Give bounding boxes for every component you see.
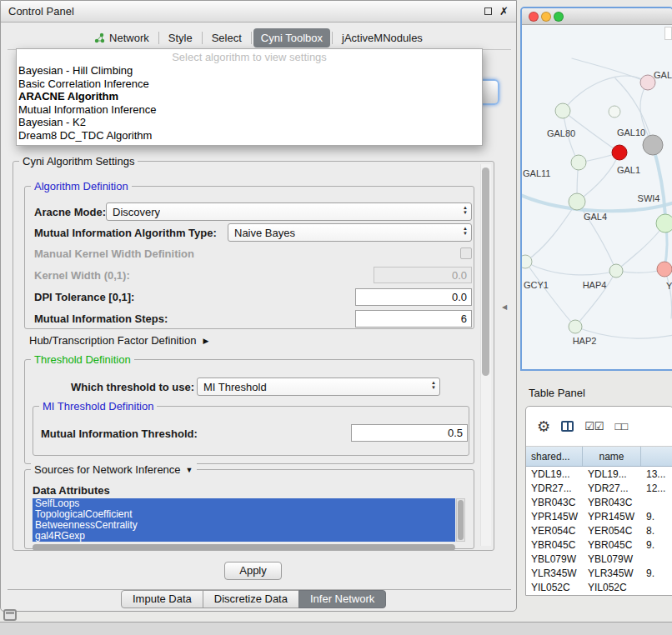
mi-algorithm-type-select[interactable]: Naive Bayes ▲▼ — [228, 223, 472, 242]
tab-separator — [158, 32, 159, 44]
network-edge[interactable] — [616, 223, 665, 271]
tab-network[interactable]: Network — [87, 28, 157, 48]
network-node[interactable] — [612, 145, 627, 160]
bottom-tab-impute-data[interactable]: Impute Data — [121, 590, 203, 608]
scrollbar-thumb[interactable] — [458, 500, 464, 540]
combo-arrows-icon: ▲▼ — [463, 227, 468, 236]
columns-icon[interactable] — [561, 421, 574, 432]
dpi-tolerance-label: DPI Tolerance [0,1]: — [34, 291, 134, 303]
panel-splitter-icon[interactable]: ◀ — [502, 303, 507, 311]
tab-jactivemnodules[interactable]: jActiveMNodules — [334, 28, 430, 48]
network-node[interactable] — [571, 155, 586, 170]
zoom-traffic-light[interactable] — [554, 12, 564, 22]
data-attributes-list: SelfLoopsTopologicalCoefficientBetweenne… — [33, 498, 455, 542]
mi-threshold-field[interactable]: 0.5 — [351, 424, 468, 442]
algorithm-option[interactable]: Bayesian - K2 — [17, 116, 482, 129]
network-node[interactable] — [656, 214, 672, 232]
network-edge[interactable] — [572, 58, 648, 82]
settings-scrollbar-thumb[interactable] — [482, 168, 489, 376]
table-row[interactable]: YDR27...YDR27...12... — [526, 481, 672, 495]
table-panel-title: Table Panel — [529, 387, 585, 399]
network-edge[interactable] — [525, 262, 616, 275]
table-row[interactable]: YPR145WYPR145W9. — [526, 509, 672, 523]
algorithm-option[interactable]: Basic Correlation Inference — [17, 78, 482, 91]
kernel-width-label: Kernel Width (0,1): — [34, 269, 130, 282]
sources-section-toggle[interactable]: Sources for Network Inference ▼ — [31, 463, 197, 476]
table-row[interactable]: YLR345WYLR345W9. — [526, 566, 672, 580]
mi-steps-field[interactable]: 6 — [355, 310, 472, 328]
algorithm-option[interactable]: Dream8 DC_TDC Algorithm — [17, 129, 482, 142]
table-panel-toolbar: ⚙ ☑☑ □□ — [526, 407, 672, 447]
table-cell: YLR345W — [583, 568, 641, 579]
network-tab-icon — [94, 32, 105, 43]
network-edge[interactable] — [653, 145, 665, 223]
network-node[interactable] — [569, 320, 582, 333]
table-cell: YBL079W — [583, 553, 641, 565]
tab-label: jActiveMNodules — [342, 32, 423, 44]
table-row[interactable]: YER054CYER054C8. — [526, 523, 672, 538]
table-cell: 9. — [641, 539, 672, 551]
dpi-tolerance-field[interactable]: 0.0 — [355, 288, 472, 306]
network-node[interactable] — [609, 106, 620, 118]
sources-section-label: Sources for Network Inference — [34, 463, 181, 476]
network-node-label: HAP2 — [573, 336, 597, 346]
attributes-vertical-scrollbar[interactable] — [456, 498, 465, 542]
network-edge[interactable] — [525, 202, 577, 262]
data-attribute-option[interactable]: BetweennessCentrality — [33, 520, 455, 531]
network-node[interactable] — [569, 193, 585, 210]
gear-icon[interactable]: ⚙ — [537, 419, 550, 434]
attributes-horizontal-scrollbar[interactable] — [33, 544, 455, 551]
tab-select[interactable]: Select — [204, 28, 249, 48]
network-node[interactable] — [609, 264, 623, 278]
float-window-icon[interactable] — [484, 8, 492, 15]
data-attributes-label: Data Attributes — [33, 484, 110, 497]
column-header-extra[interactable] — [641, 447, 672, 466]
tab-cyni-toolbox[interactable]: Cyni Toolbox — [253, 28, 330, 48]
which-threshold-select[interactable]: MI Threshold ▲▼ — [197, 378, 440, 396]
minimize-traffic-light[interactable] — [541, 12, 551, 22]
bottom-tab-infer-network[interactable]: Infer Network — [298, 590, 386, 608]
network-node-label: GAL — [654, 70, 672, 80]
threshold-definition-title: Threshold Definition — [31, 353, 134, 366]
network-node[interactable] — [643, 135, 663, 155]
algorithm-option[interactable]: Bayesian - Hill Climbing — [17, 64, 482, 78]
column-header-shared[interactable]: shared... — [526, 447, 583, 466]
algorithm-option[interactable]: Mutual Information Inference — [17, 103, 482, 117]
apply-button[interactable]: Apply — [224, 562, 282, 580]
network-node-label: GAL10 — [617, 128, 645, 138]
column-header-name[interactable]: name — [583, 447, 641, 466]
network-node[interactable] — [522, 255, 532, 268]
hub-definition-toggle[interactable]: Hub/Transcription Factor Definition ▶ — [29, 334, 208, 347]
network-window-titlebar[interactable] — [522, 8, 672, 25]
manual-kernel-width-label: Manual Kernel Width Definition — [34, 248, 194, 260]
network-node[interactable] — [657, 262, 672, 277]
table-cell: YBL079W — [526, 553, 583, 565]
table-row[interactable]: YBR045CYBR045C9. — [526, 538, 672, 552]
close-traffic-light[interactable] — [529, 12, 539, 22]
data-attribute-option[interactable]: gal4RGexp — [33, 531, 455, 542]
network-node-label: GAL11 — [523, 168, 550, 178]
show-panel-icon[interactable] — [3, 609, 17, 621]
algorithm-option[interactable]: ARACNE Algorithm — [17, 90, 482, 103]
network-scrollbar-stub[interactable] — [664, 27, 672, 40]
table-row[interactable]: YBR043CYBR043C — [526, 495, 672, 509]
table-row[interactable]: YIL052CYIL052C — [526, 580, 672, 594]
table-row[interactable]: YBL079WYBL079W — [526, 552, 672, 566]
titlebar-icons: ✗ — [484, 6, 509, 17]
tab-style[interactable]: Style — [161, 28, 200, 48]
bottom-tab-discretize-data[interactable]: Discretize Data — [203, 590, 299, 608]
hub-definition-label: Hub/Transcription Factor Definition — [29, 334, 196, 347]
network-edge[interactable] — [563, 76, 648, 111]
close-icon[interactable]: ✗ — [499, 6, 509, 17]
aracne-mode-value: Discovery — [113, 206, 160, 218]
clear-checkboxes-icon[interactable]: □□ — [614, 421, 628, 432]
algorithm-options-list: Bayesian - Hill ClimbingBasic Correlatio… — [17, 64, 482, 142]
aracne-mode-select[interactable]: Discovery ▲▼ — [106, 202, 472, 221]
bottom-status-strip — [0, 622, 672, 635]
network-graph: GALGAL80GAL10GAL11GAL1SWI4GAL4GCY1HAP4YH… — [522, 25, 672, 369]
dropdown-placeholder: Select algorithm to view settings — [17, 50, 482, 64]
network-canvas[interactable]: GALGAL80GAL10GAL11GAL1SWI4GAL4GCY1HAP4YH… — [522, 25, 672, 369]
select-all-checkboxes-icon[interactable]: ☑☑ — [584, 421, 604, 432]
table-row[interactable]: YDL19...YDL19...13... — [526, 467, 672, 481]
network-node[interactable] — [555, 103, 570, 118]
